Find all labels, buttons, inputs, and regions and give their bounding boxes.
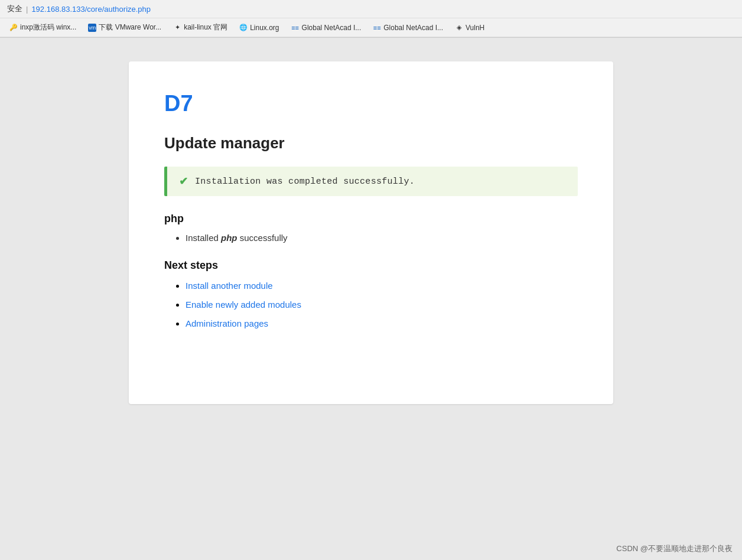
install-another-module-link[interactable]: Install another module: [186, 281, 273, 291]
page-title: Update manager: [164, 134, 578, 152]
bookmark-icon-vmware: vm: [88, 24, 96, 32]
content-card: D7 Update manager ✔ Installation was com…: [129, 61, 613, 404]
bookmark-kali[interactable]: ✦ kail-linux 官网: [168, 21, 232, 34]
bookmark-label-linux: Linux.org: [250, 24, 279, 32]
bookmark-label-inxp: inxp激活码 winx...: [20, 22, 76, 32]
administration-pages-link[interactable]: Administration pages: [186, 318, 268, 328]
browser-chrome: 安全 | 192.168.83.133/core/authorize.php 🔑…: [0, 0, 742, 38]
installed-prefix: Installed: [186, 233, 221, 243]
bookmark-linux[interactable]: 🌐 Linux.org: [235, 22, 284, 34]
bookmark-vmware[interactable]: vm 下载 VMware Wor...: [83, 21, 166, 34]
next-step-item-install: Install another module: [186, 279, 578, 293]
module-name: php: [221, 233, 237, 243]
success-text: Installation was completed successfully.: [195, 177, 415, 187]
bookmark-label-vulnh: VulnH: [466, 24, 484, 32]
bookmark-netacad1[interactable]: ≡≡ Global NetAcad I...: [287, 22, 366, 34]
bookmark-inxp[interactable]: 🔑 inxp激活码 winx...: [5, 21, 81, 34]
success-message-box: ✔ Installation was completed successfull…: [164, 167, 578, 196]
next-step-item-admin: Administration pages: [186, 317, 578, 331]
next-steps-title: Next steps: [164, 259, 578, 272]
url-display[interactable]: 192.168.83.133/core/authorize.php: [31, 5, 151, 14]
site-title: D7: [164, 91, 578, 116]
separator: |: [26, 5, 28, 14]
security-label: 安全: [7, 4, 22, 14]
bookmark-icon-netacad1: ≡≡: [291, 24, 300, 32]
watermark: CSDN @不要温顺地走进那个良夜: [616, 543, 733, 554]
bookmark-label-vmware: 下载 VMware Wor...: [99, 22, 161, 32]
next-step-item-enable: Enable newly added modules: [186, 298, 578, 312]
enable-modules-link[interactable]: Enable newly added modules: [186, 299, 301, 310]
bookmark-icon-kali: ✦: [173, 24, 181, 32]
bookmark-netacad2[interactable]: ≡≡ Global NetAcad I...: [368, 22, 448, 34]
success-checkmark-icon: ✔: [179, 175, 188, 188]
address-bar: 安全 | 192.168.83.133/core/authorize.php: [0, 0, 742, 18]
bookmark-icon-netacad2: ≡≡: [373, 24, 381, 32]
bookmark-vulnh[interactable]: ◈ VulnH: [450, 22, 489, 34]
bookmark-icon-inxp: 🔑: [9, 24, 18, 32]
bookmark-icon-linux: 🌐: [239, 24, 248, 32]
bookmarks-bar: 🔑 inxp激活码 winx... vm 下载 VMware Wor... ✦ …: [0, 18, 742, 37]
module-list-item: Installed php successfully: [186, 231, 578, 245]
installed-suffix: successfully: [237, 233, 288, 243]
next-steps-list: Install another module Enable newly adde…: [164, 279, 578, 331]
page-background: D7 Update manager ✔ Installation was com…: [0, 38, 742, 522]
bookmark-label-kali: kail-linux 官网: [184, 22, 227, 32]
bookmark-label-netacad1: Global NetAcad I...: [302, 24, 362, 32]
bookmark-icon-vulnh: ◈: [455, 24, 463, 32]
module-list: Installed php successfully: [164, 231, 578, 245]
bookmark-label-netacad2: Global NetAcad I...: [383, 24, 443, 32]
php-section-title: php: [164, 213, 578, 225]
